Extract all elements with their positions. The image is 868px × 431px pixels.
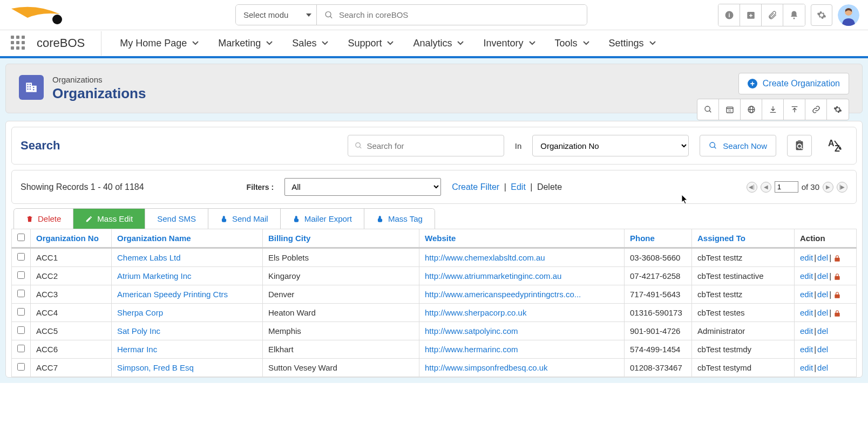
calendar-add-icon[interactable] — [740, 4, 762, 26]
info-icon[interactable]: i — [718, 4, 740, 26]
org-name-link[interactable]: Chemex Labs Ltd — [117, 253, 181, 262]
row-checkbox[interactable] — [17, 363, 25, 371]
page-input[interactable] — [775, 181, 798, 193]
nav-item-my-home-page[interactable]: My Home Page — [112, 31, 206, 56]
edit-link[interactable]: edit — [800, 290, 813, 299]
cell-action: edit|del — [795, 359, 857, 377]
svg-rect-18 — [30, 88, 31, 90]
lock-icon[interactable] — [833, 255, 841, 262]
website-link[interactable]: http://www.sherpacorp.co.uk — [425, 308, 526, 317]
org-name-link[interactable]: Sat Poly Inc — [117, 326, 160, 336]
cell-city: Kingaroy — [263, 267, 419, 285]
del-link[interactable]: del — [817, 253, 828, 262]
col-website[interactable]: Website — [419, 229, 625, 248]
org-name-link[interactable]: Sherpa Corp — [117, 308, 163, 317]
bulk-delete-button[interactable]: Delete — [14, 209, 73, 229]
del-link[interactable]: del — [817, 363, 828, 372]
gear-icon[interactable] — [827, 99, 849, 120]
cell-phone: 717-491-5643 — [625, 285, 692, 304]
create-organization-button[interactable]: + Create Organization — [738, 73, 849, 94]
nav-item-tools[interactable]: Tools — [547, 31, 597, 56]
search-now-button[interactable]: Search Now — [700, 135, 776, 156]
edit-link[interactable]: edit — [800, 253, 813, 262]
org-name-link[interactable]: Simpson, Fred B Esq — [117, 363, 194, 372]
row-checkbox[interactable] — [17, 326, 25, 334]
gear-icon[interactable] — [811, 4, 832, 26]
edit-link[interactable]: edit — [800, 326, 813, 336]
row-checkbox[interactable] — [17, 290, 25, 297]
link-icon[interactable] — [805, 99, 827, 120]
nav-item-settings[interactable]: Settings — [601, 31, 663, 56]
mass-tag-button[interactable]: Mass Tag — [364, 209, 435, 229]
nav-item-sales[interactable]: Sales — [284, 31, 336, 56]
nav-item-support[interactable]: Support — [340, 31, 401, 56]
bell-icon[interactable] — [783, 4, 805, 26]
edit-link[interactable]: edit — [800, 363, 813, 372]
lock-icon[interactable] — [833, 273, 841, 281]
org-name-link[interactable]: Atrium Marketing Inc — [117, 271, 192, 281]
del-link[interactable]: del — [817, 326, 828, 336]
download-icon[interactable] — [762, 99, 784, 120]
website-link[interactable]: http://www.atriummarketinginc.com.au — [425, 271, 561, 281]
col-assigned[interactable]: Assigned To — [692, 229, 795, 248]
calendar-icon[interactable]: 31 — [719, 99, 741, 120]
del-link[interactable]: del — [817, 290, 828, 299]
edit-link[interactable]: edit — [800, 271, 813, 281]
website-link[interactable]: http://www.satpolyinc.com — [425, 326, 518, 336]
org-name-link[interactable]: Hermar Inc — [117, 345, 157, 354]
brand-label[interactable]: coreBOS — [37, 36, 85, 50]
lock-icon[interactable] — [833, 291, 841, 299]
website-link[interactable]: http://www.simpsonfredbesq.co.uk — [425, 363, 548, 372]
prev-page-button[interactable]: ◀ — [761, 182, 771, 193]
chevron-down-icon — [192, 41, 199, 45]
search-in-select[interactable]: Organization No — [532, 135, 689, 156]
first-page-button[interactable]: ◀| — [747, 182, 757, 193]
cell-action: edit|del — [795, 340, 857, 359]
chevron-down-icon — [583, 41, 589, 45]
send-mail-button[interactable]: Send Mail — [208, 209, 281, 229]
search-icon[interactable] — [697, 99, 719, 120]
organizations-table: Organization No Organization Name Billin… — [11, 229, 857, 377]
upload-icon[interactable] — [784, 99, 805, 120]
del-link[interactable]: del — [817, 308, 828, 317]
create-filter-link[interactable]: Create Filter — [452, 182, 499, 191]
app-logo[interactable] — [9, 4, 63, 26]
website-link[interactable]: http://www.chemexlabsltd.com.au — [425, 253, 545, 262]
nav-item-inventory[interactable]: Inventory — [476, 31, 542, 56]
lock-icon[interactable] — [833, 310, 841, 317]
col-phone[interactable]: Phone — [625, 229, 692, 248]
col-billing-city[interactable]: Billing City — [263, 229, 419, 248]
attachment-icon[interactable] — [762, 4, 783, 26]
clipboard-search-button[interactable] — [787, 135, 812, 156]
edit-link[interactable]: edit — [800, 345, 813, 354]
nav-item-analytics[interactable]: Analytics — [405, 31, 471, 56]
edit-filter-link[interactable]: Edit — [511, 182, 526, 191]
user-avatar[interactable] — [838, 4, 859, 26]
row-checkbox[interactable] — [17, 308, 25, 316]
last-page-button[interactable]: |▶ — [837, 182, 847, 193]
apps-grid-icon[interactable] — [11, 36, 26, 51]
select-all-checkbox[interactable] — [17, 234, 25, 241]
nav-item-marketing[interactable]: Marketing — [211, 31, 280, 56]
send-sms-button[interactable]: Send SMS — [145, 209, 208, 229]
az-sort-button[interactable]: AZ — [823, 135, 847, 156]
row-checkbox[interactable] — [17, 345, 25, 352]
globe-icon[interactable] — [741, 99, 762, 120]
next-page-button[interactable]: ▶ — [823, 182, 833, 193]
filter-select[interactable]: All — [284, 178, 441, 196]
row-checkbox[interactable] — [17, 271, 25, 279]
col-org-no[interactable]: Organization No — [31, 229, 112, 248]
col-org-name[interactable]: Organization Name — [112, 229, 263, 248]
global-search-input[interactable] — [339, 5, 579, 25]
website-link[interactable]: http://www.hermarinc.com — [425, 345, 518, 354]
del-link[interactable]: del — [817, 271, 828, 281]
search-for-input[interactable] — [367, 141, 497, 150]
row-checkbox[interactable] — [17, 253, 25, 261]
mass-edit-button[interactable]: Mass Edit — [73, 209, 145, 229]
del-link[interactable]: del — [817, 345, 828, 354]
module-select[interactable]: Select modu — [236, 5, 317, 25]
website-link[interactable]: http://www.americanspeedyprintingctrs.co… — [425, 290, 581, 299]
edit-link[interactable]: edit — [800, 308, 813, 317]
org-name-link[interactable]: American Speedy Printing Ctrs — [117, 290, 228, 299]
mailer-export-button[interactable]: Mailer Export — [281, 209, 364, 229]
